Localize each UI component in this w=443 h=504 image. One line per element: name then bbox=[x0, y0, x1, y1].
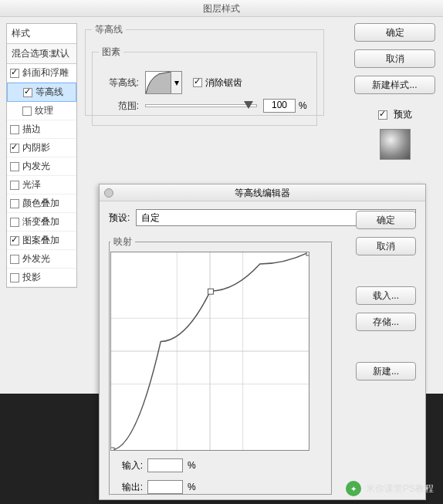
svg-rect-7 bbox=[208, 289, 214, 294]
input-field[interactable] bbox=[147, 458, 183, 472]
preview-swatch bbox=[380, 129, 411, 160]
style-item-9[interactable]: 图案叠加 bbox=[7, 232, 76, 250]
preview-area: 预览 bbox=[354, 108, 435, 160]
preview-checkbox[interactable] bbox=[378, 110, 387, 120]
style-label: 投影 bbox=[22, 271, 41, 284]
style-checkbox[interactable] bbox=[10, 181, 19, 190]
range-slider[interactable] bbox=[145, 104, 257, 107]
cancel-button[interactable]: 取消 bbox=[354, 49, 435, 68]
style-checkbox[interactable] bbox=[23, 88, 32, 97]
editor-buttons: 确定 取消 载入... 存储... 新建... bbox=[356, 211, 416, 381]
style-label: 内阴影 bbox=[22, 141, 50, 154]
contour-dropdown-arrow[interactable]: ▾ bbox=[171, 71, 182, 94]
new-button[interactable]: 新建... bbox=[356, 362, 416, 381]
output-label: 输出: bbox=[110, 481, 143, 494]
watermark: ✦ 米你课堂PS教程 bbox=[346, 481, 434, 496]
slider-thumb[interactable] bbox=[244, 101, 253, 109]
style-label: 颜色叠加 bbox=[22, 197, 59, 210]
wechat-icon: ✦ bbox=[346, 481, 361, 496]
style-label: 内发光 bbox=[22, 160, 50, 173]
style-checkbox[interactable] bbox=[10, 255, 19, 264]
style-item-2[interactable]: 纹理 bbox=[7, 102, 76, 120]
style-label: 外发光 bbox=[22, 252, 50, 266]
contour-fieldset: 等高线 图素 等高线: ▾ 消除锯齿 范围: 100 % bbox=[85, 23, 324, 116]
style-item-4[interactable]: 内阴影 bbox=[7, 139, 76, 157]
style-checkbox[interactable] bbox=[22, 107, 32, 116]
load-button[interactable]: 载入... bbox=[356, 286, 416, 305]
style-item-1[interactable]: 等高线 bbox=[7, 83, 76, 102]
style-checkbox[interactable] bbox=[10, 199, 19, 208]
style-label: 等高线 bbox=[36, 86, 63, 99]
style-item-5[interactable]: 内发光 bbox=[7, 157, 76, 176]
antialias-checkbox[interactable] bbox=[193, 78, 202, 87]
editor-ok-button[interactable]: 确定 bbox=[356, 211, 416, 229]
style-item-6[interactable]: 光泽 bbox=[7, 176, 76, 194]
main-buttons: 确定 取消 新建样式... bbox=[354, 23, 435, 94]
save-button[interactable]: 存储... bbox=[356, 313, 416, 331]
svg-rect-8 bbox=[306, 252, 309, 255]
style-item-11[interactable]: 投影 bbox=[7, 269, 76, 287]
contour-editor-dialog: 等高线编辑器 预设: 自定 ⇕ 映射 bbox=[99, 184, 426, 500]
watermark-text: 米你课堂PS教程 bbox=[366, 482, 434, 496]
antialias-label: 消除锯齿 bbox=[205, 76, 242, 90]
style-label: 斜面和浮雕 bbox=[22, 66, 69, 79]
style-checkbox[interactable] bbox=[10, 218, 19, 227]
preset-value: 自定 bbox=[141, 211, 160, 225]
preset-label: 预设: bbox=[109, 211, 130, 225]
output-field[interactable] bbox=[147, 480, 183, 494]
ok-button[interactable]: 确定 bbox=[354, 23, 435, 42]
svg-rect-6 bbox=[111, 448, 114, 450]
range-label: 范围: bbox=[99, 100, 139, 113]
input-label: 输入: bbox=[110, 459, 143, 472]
style-item-3[interactable]: 描边 bbox=[7, 120, 76, 139]
style-label: 渐变叠加 bbox=[22, 215, 59, 228]
style-item-10[interactable]: 外发光 bbox=[7, 250, 76, 269]
range-unit: % bbox=[299, 100, 307, 111]
dialog-title: 图层样式 bbox=[0, 0, 443, 17]
blending-options-header[interactable]: 混合选项:默认 bbox=[7, 44, 76, 64]
contour-picker[interactable] bbox=[145, 71, 171, 94]
editor-title: 等高线编辑器 bbox=[100, 184, 425, 201]
style-checkbox[interactable] bbox=[10, 69, 19, 78]
style-checkbox[interactable] bbox=[10, 162, 19, 171]
preview-label: 预览 bbox=[394, 108, 412, 121]
curve-editor[interactable] bbox=[110, 252, 309, 451]
style-label: 纹理 bbox=[35, 104, 53, 117]
new-style-button[interactable]: 新建样式... bbox=[354, 76, 435, 94]
mapping-fieldset: 映射 输入: % bbox=[109, 235, 333, 496]
elements-legend: 图素 bbox=[99, 46, 123, 59]
style-item-7[interactable]: 颜色叠加 bbox=[7, 194, 76, 213]
styles-list: 样式 混合选项:默认 斜面和浮雕等高线纹理描边内阴影内发光光泽颜色叠加渐变叠加图… bbox=[6, 23, 77, 288]
style-label: 描边 bbox=[22, 123, 41, 136]
style-item-8[interactable]: 渐变叠加 bbox=[7, 213, 76, 232]
contour-legend: 等高线 bbox=[92, 23, 126, 36]
style-label: 光泽 bbox=[22, 178, 41, 191]
style-checkbox[interactable] bbox=[10, 125, 19, 134]
output-unit: % bbox=[188, 482, 196, 492]
close-icon[interactable] bbox=[104, 188, 113, 198]
elements-fieldset: 图素 等高线: ▾ 消除锯齿 范围: 100 % bbox=[92, 46, 317, 126]
style-checkbox[interactable] bbox=[10, 144, 19, 153]
style-checkbox[interactable] bbox=[10, 273, 19, 282]
input-unit: % bbox=[188, 460, 196, 471]
contour-label: 等高线: bbox=[99, 76, 139, 90]
style-label: 图案叠加 bbox=[22, 234, 59, 247]
style-item-0[interactable]: 斜面和浮雕 bbox=[7, 64, 76, 83]
range-input[interactable]: 100 bbox=[263, 99, 296, 113]
editor-cancel-button[interactable]: 取消 bbox=[356, 237, 416, 255]
style-checkbox[interactable] bbox=[10, 236, 19, 245]
styles-header[interactable]: 样式 bbox=[7, 24, 76, 44]
mapping-legend: 映射 bbox=[110, 235, 135, 249]
